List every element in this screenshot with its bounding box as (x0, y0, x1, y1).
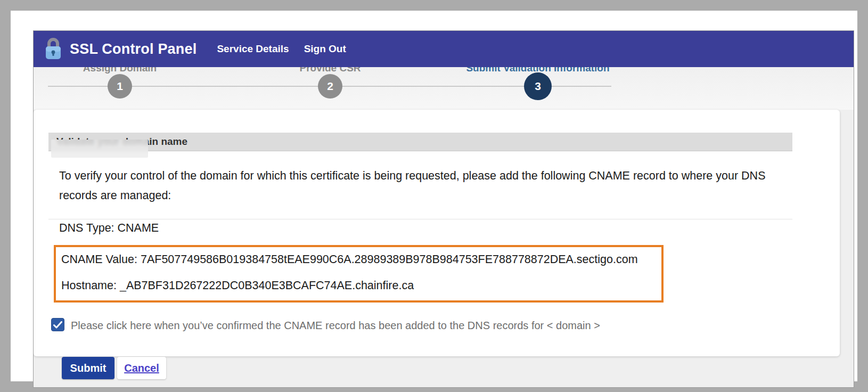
intro-text: To verify your control of the domain for… (59, 166, 783, 206)
check-icon (53, 321, 62, 329)
step-label-assign-domain: Assign Domain (83, 67, 157, 74)
step-circle-1[interactable]: 1 (108, 74, 132, 99)
ssl-control-panel-window: SSL Control Panel Service Details Sign O… (33, 30, 854, 388)
dns-type-text: DNS Type: CNAME (59, 222, 159, 235)
cname-record-box: CNAME Value: 7AF507749586B019384758tEAE9… (54, 245, 664, 303)
confirmation-label: Please click here when you’ve confirmed … (71, 318, 600, 332)
progress-stepper: Assign Domain 1 Provide CSR 2 Submit Val… (34, 67, 854, 110)
screenshot-frame: SSL Control Panel Service Details Sign O… (0, 0, 868, 392)
lock-icon (44, 38, 62, 60)
confirmation-row: Please click here when you’ve confirmed … (51, 318, 600, 332)
confirmation-checkbox[interactable] (51, 318, 64, 331)
step-circle-3[interactable]: 3 (524, 72, 552, 100)
step-label-provide-csr: Provide CSR (299, 67, 361, 74)
hostname-text: Hostname: _AB7BF31D267222DC0B340E3BCAFC7… (61, 279, 414, 292)
divider (48, 219, 792, 219)
section-titlebar: Validate your domain name (48, 133, 792, 151)
cname-value-text: CNAME Value: 7AF507749586B019384758tEAE9… (61, 253, 638, 266)
validation-panel: Validate your domain name To verify your… (34, 110, 840, 356)
app-title: SSL Control Panel (70, 41, 196, 58)
cancel-button[interactable]: Cancel (117, 357, 166, 379)
nav-sign-out[interactable]: Sign Out (304, 43, 346, 55)
redaction-blur-patch (51, 140, 148, 158)
step-circle-2[interactable]: 2 (318, 74, 342, 99)
submit-button[interactable]: Submit (62, 357, 114, 379)
nav-service-details[interactable]: Service Details (217, 43, 289, 55)
app-header: SSL Control Panel Service Details Sign O… (34, 31, 854, 67)
header-nav: Service Details Sign Out (217, 43, 346, 55)
